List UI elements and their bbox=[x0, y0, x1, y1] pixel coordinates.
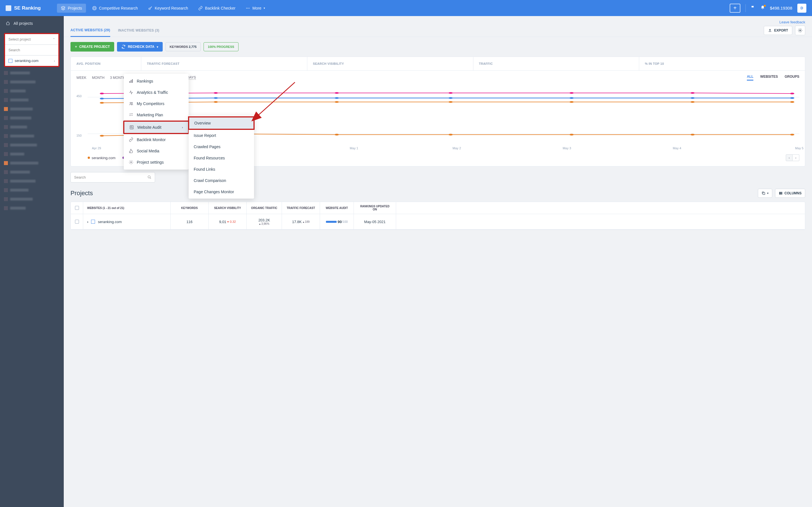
svg-point-45 bbox=[130, 102, 131, 103]
row-checkbox[interactable] bbox=[71, 214, 83, 229]
all-projects-label: All projects bbox=[13, 21, 33, 25]
nav-backlink[interactable]: Backlink Checker bbox=[194, 4, 239, 13]
nav-more[interactable]: More ▾ bbox=[242, 4, 269, 13]
legend-next-button[interactable]: › bbox=[793, 154, 799, 161]
projects-section-header: Projects ▾ COLUMNS bbox=[64, 182, 812, 202]
legend-seranking[interactable]: seranking.com bbox=[88, 156, 116, 160]
svg-point-49 bbox=[131, 162, 132, 163]
copy-icon bbox=[762, 191, 765, 195]
th-organic-traffic[interactable]: ORGANIC TRAFFIC bbox=[247, 202, 282, 214]
svg-rect-47 bbox=[130, 126, 133, 129]
view-groups[interactable]: GROUPS bbox=[784, 75, 799, 80]
filter-month[interactable]: MONTH bbox=[92, 76, 104, 80]
table-header: WEBSITES (1 - 21 out of 21) KEYWORDS SEA… bbox=[71, 202, 805, 214]
layers-icon bbox=[61, 6, 65, 10]
legend-prev-button[interactable]: ‹ bbox=[786, 154, 793, 161]
plus-icon: + bbox=[75, 45, 77, 49]
audit-icon bbox=[130, 125, 134, 129]
svg-rect-39 bbox=[779, 192, 780, 194]
menu-social[interactable]: Social Media bbox=[124, 145, 189, 157]
projects-search-input[interactable]: Search bbox=[70, 172, 155, 182]
thumbs-up-icon bbox=[129, 149, 133, 153]
svg-point-17 bbox=[214, 97, 218, 99]
submenu-overview[interactable]: Overview bbox=[188, 116, 255, 130]
nav-competitive-label: Competitive Research bbox=[99, 6, 138, 10]
metric-traffic-forecast[interactable]: TRAFFIC FORECAST bbox=[141, 57, 307, 70]
menu-rankings[interactable]: Rankings bbox=[124, 75, 189, 87]
filter-week[interactable]: WEEK bbox=[77, 76, 86, 80]
th-websites[interactable]: WEBSITES (1 - 21 out of 21) bbox=[83, 202, 170, 214]
gear-icon bbox=[798, 28, 802, 33]
row-updated-on: May-05 2021 bbox=[354, 214, 396, 229]
site-icon bbox=[8, 59, 12, 63]
submenu-page-changes[interactable]: Page Changes Monitor bbox=[189, 186, 254, 198]
th-traffic-forecast[interactable]: TRAFFIC FORECAST bbox=[282, 202, 320, 214]
x-label-4: May 4 bbox=[673, 147, 681, 150]
svg-point-15 bbox=[790, 93, 794, 94]
submenu-found-resources[interactable]: Found Resources bbox=[189, 152, 254, 164]
metric-traffic[interactable]: TRAFFIC bbox=[473, 57, 640, 70]
submenu-crawl-comparison[interactable]: Crawl Comparison bbox=[189, 175, 254, 186]
project-search-input[interactable]: Search bbox=[5, 45, 58, 55]
users-icon bbox=[129, 101, 133, 106]
project-item-seranking[interactable]: seranking.com › bbox=[5, 55, 58, 66]
row-organic-traffic: 203.2K ▴ 3,96% bbox=[247, 214, 282, 229]
view-all[interactable]: ALL bbox=[747, 75, 753, 80]
chevron-down-icon: ▾ bbox=[767, 192, 769, 194]
view-websites[interactable]: WEBSITES bbox=[760, 75, 778, 80]
expand-icon[interactable]: › bbox=[87, 220, 88, 224]
nav-projects[interactable]: Projects bbox=[57, 4, 86, 13]
flag-icon[interactable] bbox=[751, 5, 755, 11]
metric-search-visibility[interactable]: SEARCH VISIBILITY bbox=[307, 57, 473, 70]
create-project-button[interactable]: + CREATE PROJECT bbox=[70, 42, 114, 52]
add-button[interactable]: + bbox=[730, 4, 741, 13]
copy-button[interactable]: ▾ bbox=[758, 189, 772, 198]
avatar[interactable]: D bbox=[797, 4, 806, 13]
logo[interactable]: SE Ranking bbox=[6, 5, 41, 11]
x-label-5: May 5 bbox=[795, 147, 804, 150]
link-icon bbox=[198, 6, 203, 10]
bell-icon[interactable] bbox=[760, 5, 765, 11]
search-icon bbox=[147, 175, 151, 179]
leave-feedback-link[interactable]: Leave feedback bbox=[64, 16, 812, 24]
row-site-cell[interactable]: › seranking.com bbox=[83, 214, 170, 229]
submenu-found-links[interactable]: Found Links bbox=[189, 164, 254, 175]
recheck-data-button[interactable]: RECHECK DATA ▾ bbox=[117, 42, 162, 52]
balance-amount[interactable]: $498.19308 bbox=[770, 6, 792, 10]
menu-marketing[interactable]: Marketing Plan bbox=[124, 109, 189, 121]
select-project-dropdown[interactable]: Select project ⌃ bbox=[5, 34, 58, 45]
metric-avg-position[interactable]: AVG. POSITION bbox=[71, 57, 141, 70]
th-rankings-updated[interactable]: RANKINGS UPDATED ON bbox=[354, 202, 396, 214]
nav-keyword[interactable]: Keyword Research bbox=[144, 4, 192, 13]
columns-button[interactable]: COLUMNS bbox=[775, 189, 805, 198]
menu-analytics[interactable]: Analytics & Traffic bbox=[124, 87, 189, 98]
submenu-issue-report[interactable]: Issue Report bbox=[189, 130, 254, 141]
th-keywords[interactable]: KEYWORDS bbox=[170, 202, 209, 214]
th-website-audit[interactable]: WEBSITE AUDIT bbox=[320, 202, 354, 214]
settings-button[interactable] bbox=[795, 25, 805, 35]
projects-title: Projects bbox=[70, 189, 93, 197]
th-search-visibility[interactable]: SEARCH VISIBILITY bbox=[209, 202, 247, 214]
recheck-label: RECHECK DATA bbox=[128, 45, 154, 49]
th-checkbox[interactable] bbox=[71, 202, 83, 214]
submenu-crawled-pages[interactable]: Crawled Pages bbox=[189, 141, 254, 152]
table-row[interactable]: › seranking.com 116 9,01 ▾ 0.32 203.2K ▴… bbox=[71, 214, 805, 230]
x-label-2: May 2 bbox=[453, 147, 461, 150]
all-projects-link[interactable]: All projects bbox=[0, 16, 63, 31]
export-button[interactable]: EXPORT bbox=[764, 26, 792, 35]
menu-competitors[interactable]: My Competitors bbox=[124, 98, 189, 109]
svg-point-22 bbox=[790, 97, 794, 99]
svg-point-35 bbox=[691, 134, 695, 135]
sidebar: All projects Select project ⌃ Search ser… bbox=[0, 16, 64, 507]
chevron-up-icon: ⌃ bbox=[53, 38, 55, 41]
nav-competitive[interactable]: Competitive Research bbox=[88, 4, 142, 13]
y-tick-150: 150 bbox=[77, 134, 82, 137]
menu-backlink[interactable]: Backlink Monitor bbox=[124, 134, 189, 145]
tab-inactive-websites[interactable]: INACTIVE WEBSITES (3) bbox=[118, 24, 159, 36]
svg-point-14 bbox=[691, 92, 695, 94]
metric-top10[interactable]: % IN TOP 10 bbox=[639, 57, 805, 70]
menu-website-audit[interactable]: Website Audit › bbox=[123, 121, 189, 134]
tab-active-websites[interactable]: ACTIVE WEBSITES (29) bbox=[70, 24, 110, 37]
target-icon bbox=[92, 6, 97, 10]
menu-project-settings[interactable]: Project settings bbox=[124, 157, 189, 168]
